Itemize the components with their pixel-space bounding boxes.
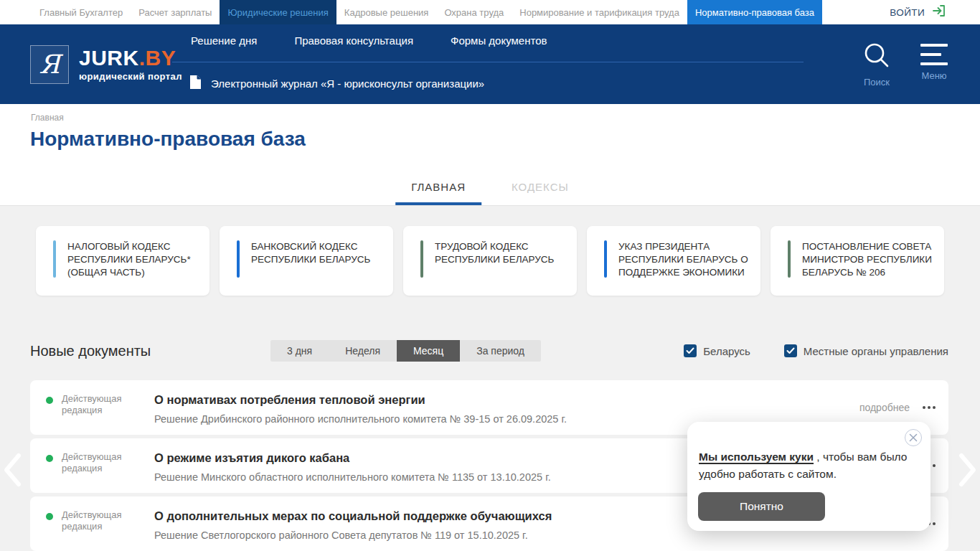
- checkbox-label: Местные органы управления: [804, 345, 948, 357]
- card-title: БАНКОВСКИЙ КОДЕКС РЕСПУБЛИКИ БЕЛАРУСЬ: [251, 240, 383, 296]
- card-title: ТРУДОВОЙ КОДЕКС РЕСПУБЛИКИ БЕЛАРУСЬ: [435, 240, 567, 296]
- login-icon: [932, 4, 947, 21]
- cookie-message: Мы используем куки , чтобы вам было удоб…: [687, 422, 930, 483]
- code-card[interactable]: НАЛОГОВЫЙ КОДЕКС РЕСПУБЛИКИ БЕЛАРУСЬ* (О…: [36, 226, 209, 296]
- card-accent-bar: [788, 240, 791, 278]
- card-title: НАЛОГОВЫЙ КОДЕКС РЕСПУБЛИКИ БЕЛАРУСЬ* (О…: [67, 240, 199, 296]
- breadcrumb[interactable]: Главная: [31, 113, 64, 123]
- login-button[interactable]: ВОЙТИ: [890, 0, 947, 24]
- search-icon: [863, 59, 890, 71]
- page-tab[interactable]: ГЛАВНАЯ: [395, 181, 481, 205]
- logo-name: JURK.BY: [79, 47, 182, 69]
- logo-name-domain: .BY: [139, 46, 176, 70]
- document-title[interactable]: О режиме изъятия дикого кабана: [154, 451, 551, 465]
- document-icon: [189, 75, 202, 93]
- page-tabs: ГЛАВНАЯКОДЕКСЫ: [395, 181, 585, 205]
- codes-carousel: НАЛОГОВЫЙ КОДЕКС РЕСПУБЛИКИ БЕЛАРУСЬ* (О…: [36, 226, 980, 296]
- menu-label: Меню: [919, 70, 949, 81]
- search-button[interactable]: Поиск: [858, 42, 895, 88]
- checkbox-icon[interactable]: [684, 344, 697, 357]
- top-bar-portal-link[interactable]: Юридические решения: [220, 0, 336, 24]
- region-checkbox[interactable]: Беларусь: [684, 344, 750, 357]
- top-bar: Главный БухгалтерРасчет зарплатыЮридичес…: [0, 0, 980, 24]
- card-accent-bar: [53, 240, 56, 278]
- chevron-left-icon: [1, 451, 23, 489]
- document-info: О дополнительных мерах по социальной под…: [154, 509, 552, 541]
- status-dot-icon: [46, 455, 53, 462]
- top-bar-portal-link[interactable]: Кадровые решения: [336, 0, 437, 24]
- top-bar-portal-link[interactable]: Главный Бухгалтер: [32, 0, 131, 24]
- logo-mark: Я: [30, 45, 69, 84]
- status-label: Действующая редакция: [62, 451, 131, 474]
- period-filter-button[interactable]: Неделя: [329, 340, 397, 362]
- top-bar-portal-link[interactable]: Охрана труда: [436, 0, 512, 24]
- site-header: Я JURK.BY юридический портал Решение дня…: [0, 24, 980, 104]
- hamburger-icon: [920, 44, 948, 65]
- carousel-next-button[interactable]: [956, 448, 980, 491]
- period-filter-group: 3 дняНеделяМесяцЗа период: [270, 340, 541, 362]
- document-title[interactable]: О дополнительных мерах по социальной под…: [154, 509, 552, 523]
- cookie-popup: Мы используем куки , чтобы вам было удоб…: [687, 422, 930, 531]
- status-dot-icon: [46, 397, 53, 404]
- period-filter-button[interactable]: Месяц: [397, 340, 460, 362]
- page-title: Нормативно-правовая база: [30, 128, 306, 151]
- site-logo[interactable]: Я JURK.BY юридический портал: [30, 45, 182, 84]
- journal-label: Электронный журнал «Я - юрисконсульт орг…: [211, 77, 484, 90]
- period-filter-button[interactable]: 3 дня: [270, 340, 329, 362]
- row-actions: подробнее: [859, 402, 937, 413]
- logo-text: JURK.BY юридический портал: [79, 47, 182, 82]
- code-card[interactable]: БАНКОВСКИЙ КОДЕКС РЕСПУБЛИКИ БЕЛАРУСЬ: [220, 226, 393, 296]
- document-subtitle: Решение Дрибинского районного исполнител…: [154, 413, 567, 425]
- code-card[interactable]: ТРУДОВОЙ КОДЕКС РЕСПУБЛИКИ БЕЛАРУСЬ: [403, 226, 577, 296]
- top-bar-portal-links: Главный БухгалтерРасчет зарплатыЮридичес…: [32, 0, 822, 24]
- search-label: Поиск: [858, 77, 895, 88]
- documents-heading: Новые документы: [30, 343, 270, 359]
- document-title[interactable]: О нормативах потребления тепловой энерги…: [154, 393, 567, 407]
- close-icon: [909, 433, 918, 442]
- logo-tagline: юридический портал: [79, 71, 182, 82]
- carousel-prev-button[interactable]: [0, 448, 24, 491]
- cookie-policy-link[interactable]: Мы используем куки: [699, 451, 814, 463]
- card-accent-bar: [420, 240, 423, 278]
- card-title: ПОСТАНОВЛЕНИЕ СОВЕТА МИНИСТРОВ РЕСПУБЛИК…: [802, 240, 934, 296]
- logo-name-main: JURK: [79, 46, 139, 70]
- top-bar-portal-link[interactable]: Нормирование и тарификация труда: [512, 0, 687, 24]
- chevron-right-icon: [957, 451, 979, 489]
- header-nav-item[interactable]: Формы документов: [451, 34, 547, 47]
- checkbox-label: Беларусь: [703, 345, 750, 357]
- region-filters: Беларусь Местные органы управления: [684, 344, 948, 357]
- checkbox-icon[interactable]: [784, 344, 797, 357]
- page-head: Главная Нормативно-правовая база ГЛАВНАЯ…: [0, 104, 980, 206]
- code-card[interactable]: УКАЗ ПРЕЗИДЕНТА РЕСПУБЛИКИ БЕЛАРУСЬ О ПО…: [587, 226, 760, 296]
- status-label: Действующая редакция: [62, 509, 131, 532]
- card-accent-bar: [604, 240, 607, 278]
- period-filter-button[interactable]: За период: [460, 340, 541, 362]
- header-nav-item[interactable]: Решение дня: [191, 34, 257, 47]
- top-bar-portal-link[interactable]: Нормативно-правовая база: [687, 0, 822, 24]
- document-info: О режиме изъятия дикого кабана Решение М…: [154, 451, 551, 483]
- status-dot-icon: [46, 513, 53, 520]
- more-options-icon[interactable]: [921, 403, 937, 412]
- details-link[interactable]: подробнее: [859, 402, 910, 413]
- code-card[interactable]: ПОСТАНОВЛЕНИЕ СОВЕТА МИНИСТРОВ РЕСПУБЛИК…: [771, 226, 944, 296]
- top-bar-portal-link[interactable]: Расчет зарплаты: [131, 0, 220, 24]
- card-title: УКАЗ ПРЕЗИДЕНТА РЕСПУБЛИКИ БЕЛАРУСЬ О ПО…: [618, 240, 750, 296]
- header-nav-item[interactable]: Правовая консультация: [294, 34, 413, 47]
- menu-button[interactable]: Меню: [919, 44, 949, 81]
- card-accent-bar: [237, 240, 240, 278]
- region-checkbox[interactable]: Местные органы управления: [784, 344, 948, 357]
- journal-link[interactable]: Электронный журнал «Я - юрисконсульт орг…: [189, 75, 484, 93]
- documents-header: Новые документы 3 дняНеделяМесяцЗа перио…: [30, 340, 948, 362]
- page-tab[interactable]: КОДЕКСЫ: [496, 181, 585, 205]
- document-subtitle: Решение Минского областного исполнительн…: [154, 471, 551, 483]
- close-button[interactable]: [905, 429, 922, 446]
- cookie-accept-button[interactable]: Понятно: [698, 492, 825, 521]
- document-subtitle: Решение Светлогорского районного Совета …: [154, 529, 552, 541]
- header-divider: [172, 62, 804, 62]
- header-nav: Решение дняПравовая консультацияФормы до…: [191, 34, 547, 47]
- login-label: ВОЙТИ: [890, 7, 925, 18]
- status-label: Действующая редакция: [62, 393, 131, 416]
- document-info: О нормативах потребления тепловой энерги…: [154, 393, 567, 425]
